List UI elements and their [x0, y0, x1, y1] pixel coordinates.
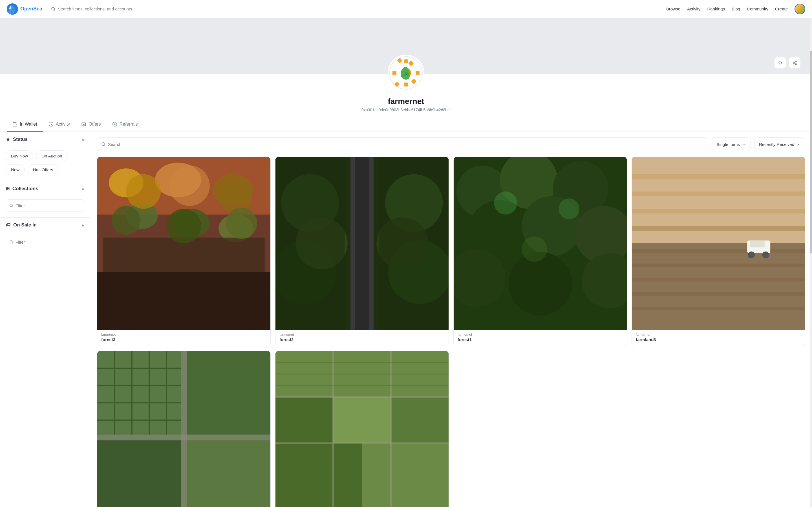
collections-title: Collections	[12, 186, 38, 191]
on-sale-filter-input[interactable]	[15, 240, 81, 244]
on-sale-section-body	[0, 232, 90, 254]
nft-search-icon	[101, 142, 106, 147]
svg-rect-76	[632, 226, 805, 231]
nft-collection-forest2: farmernet	[280, 333, 445, 337]
tab-activity-label: Activity	[56, 122, 70, 127]
opensea-logo-icon	[7, 3, 18, 15]
tab-offers[interactable]: Offers	[75, 118, 106, 131]
profile-banner: ⚙	[0, 18, 812, 74]
nft-image-farmland3	[632, 157, 805, 330]
svg-rect-79	[632, 278, 805, 281]
profile-avatar-wrap	[388, 55, 424, 91]
svg-rect-89	[97, 440, 181, 507]
svg-point-41	[112, 206, 140, 235]
nft-image-forest3	[97, 157, 270, 330]
nav-community[interactable]: Community	[747, 6, 768, 11]
nft-card-forest2[interactable]: farmernet forest2	[275, 157, 449, 346]
nav-browse[interactable]: Browse	[666, 6, 680, 11]
status-section-header[interactable]: ★ Status	[0, 132, 90, 147]
nft-image-forest2	[275, 157, 449, 330]
profile-tabs: In Wallet Activity Offers Referrals	[0, 118, 812, 132]
svg-rect-99	[181, 351, 187, 507]
on-sale-chevron-icon	[82, 223, 84, 228]
status-btn-new[interactable]: New	[6, 164, 25, 175]
logo-text: OpenSea	[20, 6, 42, 12]
svg-rect-103	[275, 397, 333, 443]
tag-icon: 🏷	[6, 222, 10, 228]
svg-point-42	[167, 209, 201, 243]
collections-section-body	[0, 196, 90, 217]
status-btn-buy-now[interactable]: Buy Now	[6, 151, 33, 161]
nav-blog[interactable]: Blog	[732, 6, 740, 11]
search-input[interactable]	[58, 6, 189, 11]
svg-line-17	[794, 62, 796, 62]
star-icon: ★	[6, 136, 10, 143]
collections-filter-wrap[interactable]	[6, 200, 84, 212]
svg-point-84	[762, 251, 769, 259]
svg-rect-54	[275, 157, 345, 330]
scrollbar-thumb[interactable]	[810, 51, 812, 253]
nft-grid: farmernet forest3	[97, 157, 805, 507]
nft-image-forest1	[454, 157, 627, 330]
search-icon	[51, 7, 56, 11]
nav-create[interactable]: Create	[775, 6, 788, 11]
nft-card-farmland2[interactable]: farmernet farmland2	[97, 351, 271, 507]
nft-card-forest3[interactable]: farmernet forest3	[97, 157, 271, 346]
nft-search-wrap[interactable]	[97, 137, 708, 151]
svg-rect-55	[379, 157, 449, 330]
nft-collection-forest3: farmernet	[101, 333, 266, 337]
svg-rect-105	[391, 397, 449, 443]
tab-referrals[interactable]: Referrals	[107, 118, 144, 131]
nft-card-farmland3[interactable]: farmernet farmland3	[631, 157, 805, 346]
scrollbar-track	[810, 0, 812, 507]
svg-point-38	[126, 174, 161, 209]
nft-search-input[interactable]	[108, 142, 704, 147]
collections-chevron-icon	[82, 186, 84, 191]
single-items-dropdown[interactable]: Single Items	[712, 137, 751, 151]
tab-in-wallet[interactable]: In Wallet	[7, 118, 43, 131]
on-sale-search-icon	[9, 240, 13, 244]
tab-referrals-label: Referrals	[119, 122, 138, 127]
on-sale-filter-wrap[interactable]	[6, 236, 84, 248]
svg-rect-7	[393, 71, 396, 75]
nft-info-forest3: farmernet forest3	[97, 330, 270, 346]
svg-point-13	[795, 61, 797, 62]
single-items-label: Single Items	[716, 142, 740, 147]
collections-filter-input[interactable]	[15, 203, 81, 208]
tab-offers-label: Offers	[89, 122, 101, 127]
nft-collection-forest1: farmernet	[458, 333, 623, 337]
collections-section: ⊞ Collections	[0, 181, 90, 218]
collections-section-header[interactable]: ⊞ Collections	[0, 181, 90, 196]
nft-info-forest1: farmernet forest1	[454, 330, 627, 346]
collections-header-left: ⊞ Collections	[6, 186, 38, 191]
nft-card-forest1[interactable]: farmernet forest1	[453, 157, 627, 346]
user-avatar[interactable]	[795, 4, 805, 14]
navbar: OpenSea Browse Activity Rankings Blog Co…	[0, 0, 812, 18]
share-button[interactable]	[789, 57, 801, 69]
status-title: Status	[13, 136, 28, 142]
tab-activity[interactable]: Activity	[43, 118, 76, 131]
opensea-logo[interactable]: OpenSea	[7, 3, 42, 15]
settings-button[interactable]: ⚙	[774, 57, 786, 69]
nft-name-forest1: forest1	[458, 337, 623, 342]
svg-rect-5	[404, 82, 408, 87]
status-btn-on-auction[interactable]: On Auction	[36, 151, 67, 161]
main-content: Single Items Recently Received	[90, 132, 812, 507]
svg-point-43	[226, 208, 257, 239]
profile-settings: ⚙	[774, 57, 801, 69]
status-btn-has-offers[interactable]: Has Offers	[28, 164, 58, 175]
recently-received-dropdown[interactable]: Recently Received	[754, 137, 805, 151]
profile-name: farmernet	[0, 97, 812, 106]
nft-card-farmland1[interactable]: farmernet farmland1	[275, 351, 449, 507]
svg-rect-87	[97, 351, 181, 435]
svg-rect-104	[333, 397, 391, 443]
svg-rect-37	[97, 272, 270, 330]
nav-rankings[interactable]: Rankings	[707, 6, 725, 11]
nft-image-farmland1	[275, 351, 449, 507]
profile-avatar-icon	[389, 56, 423, 90]
svg-rect-78	[632, 264, 805, 267]
navbar-search[interactable]	[47, 3, 193, 15]
on-sale-section-header[interactable]: 🏷 On Sale In	[0, 218, 90, 232]
nav-activity[interactable]: Activity	[687, 6, 701, 11]
on-sale-header-left: 🏷 On Sale In	[6, 222, 37, 228]
